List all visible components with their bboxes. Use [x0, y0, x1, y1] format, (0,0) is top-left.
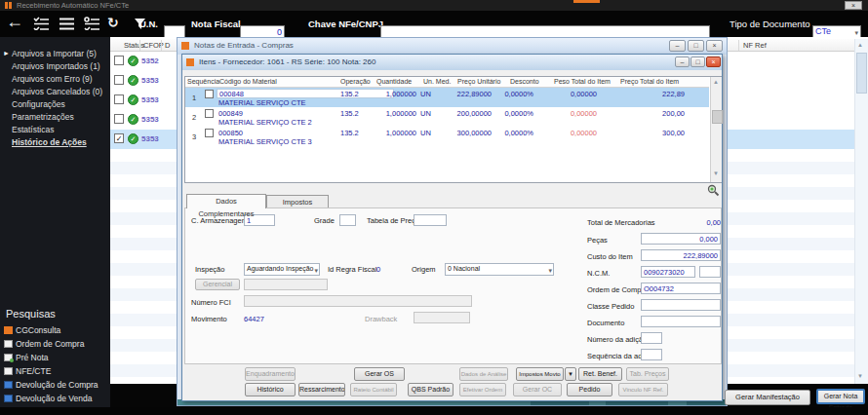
close-button[interactable]: × [706, 57, 721, 67]
ncm-label: N.C.M. [587, 269, 610, 278]
sidebar-item-estatisticas[interactable]: Estatísticas [12, 125, 54, 134]
sidebar-item-arquivos-cancelados[interactable]: Arquivos Cancelados (0) [12, 87, 102, 96]
col-preco-total[interactable]: Preço Total do Item [620, 78, 679, 85]
tab-dados-complementares[interactable]: Dados Complementares [186, 194, 266, 208]
vinculo-nf-ref-button[interactable]: Vinculo NF Ref. [618, 383, 668, 396]
itens-titlebar[interactable]: Itens - Fornecedor: 1061 - RS Série: 100… [182, 55, 722, 70]
col-un-med[interactable]: Un. Med. [423, 78, 451, 85]
col-nf-ref[interactable]: NF Ref [743, 41, 767, 50]
gerar-manifestacao-button[interactable]: Gerar Manifestação [725, 390, 810, 405]
documento-input[interactable] [641, 316, 721, 327]
sidebar-item-configuracoes[interactable]: Configurações [12, 99, 65, 109]
efetivar-ordem-button[interactable]: Efetivar Ordem [459, 383, 506, 396]
numero-fci-input[interactable] [244, 295, 472, 307]
col-sequencia[interactable]: Sequência [187, 78, 219, 85]
back-icon[interactable]: ← [6, 12, 23, 32]
sidebar-item-devolucao-de-venda[interactable]: Devolução de Venda [16, 394, 92, 403]
checklist-icon[interactable] [33, 17, 50, 30]
impostos-movto-button[interactable]: Impostos Movto [516, 367, 564, 381]
total-mercadorias-value: 0,00 [673, 218, 721, 227]
col-quantidade[interactable]: Quantidade [376, 78, 412, 85]
grid-scrollbar[interactable]: ▲ ▼ [854, 39, 868, 384]
ressarcimento-button[interactable]: Ressarcimento [298, 383, 345, 396]
pedido-button[interactable]: Pedido [567, 383, 612, 396]
sidebar-item-arquivos-com-erro[interactable]: Arquivos com Erro (9) [12, 74, 93, 84]
row-checkbox[interactable] [114, 75, 124, 85]
origem-select[interactable]: 0 Nacional ▾ [445, 263, 554, 276]
refresh-icon[interactable]: ↻ [107, 15, 119, 30]
sidebar-item-cgconsulta[interactable]: CGConsulta [16, 325, 60, 335]
gerencial-input[interactable] [244, 279, 328, 290]
sequencia-adicao-input[interactable] [641, 349, 662, 360]
notas-titlebar[interactable]: Notas de Entrada - Compras – □ × [178, 38, 727, 55]
historico-button[interactable]: Histórico [245, 383, 296, 396]
sidebar-item-ordem-de-compra[interactable]: Ordem de Compra [16, 339, 84, 349]
impostos-movto-dropdown-button[interactable]: ▾ [565, 367, 576, 381]
ncm-input[interactable] [641, 266, 695, 278]
rateio-contabil-button[interactable]: Rateio Contábil [350, 383, 397, 396]
inspecao-select[interactable]: Aguardando Inspeção ▾ [244, 263, 320, 276]
col-desconto[interactable]: Desconto [510, 78, 539, 85]
scroll-up-icon[interactable]: ▲ [713, 79, 719, 85]
grade-input[interactable] [339, 214, 356, 226]
sidebar-item-nfe-cte[interactable]: NFE/CTE [16, 366, 51, 376]
sidebar-item-devolucao-de-compra[interactable]: Devolução de Compra [16, 380, 99, 390]
row-checkbox[interactable] [205, 129, 214, 137]
item-row[interactable]: 3 000850 MATERIAL SERVIÇO CTE 3 135.2 1,… [185, 127, 709, 146]
row-checkbox[interactable] [114, 56, 124, 65]
custo-item-input[interactable] [641, 249, 721, 261]
minimize-button[interactable]: – [675, 57, 690, 67]
sidebar-item-historico-de-acoes[interactable]: Histórico de Ações [12, 137, 87, 147]
gerar-nota-entrada-button[interactable]: Gerar Nota Entrada [816, 389, 865, 404]
col-operacao[interactable]: Operação [340, 78, 371, 85]
minimize-button[interactable]: – [669, 40, 686, 52]
col-d[interactable]: D [165, 41, 170, 50]
gerencial-button[interactable]: Gerencial [195, 279, 240, 290]
qbs-padrao-button[interactable]: QBS Padrão [408, 383, 454, 396]
row-checkbox[interactable] [205, 90, 214, 98]
row-checkbox-checked[interactable]: ✓ [114, 133, 124, 143]
row-checkbox[interactable] [114, 114, 124, 124]
chevron-down-icon: ▾ [548, 267, 552, 275]
gerar-oc-button[interactable]: Gerar OC [513, 383, 562, 396]
maximize-button[interactable]: □ [688, 40, 704, 52]
dados-analise-button[interactable]: Dados de Análise [459, 367, 508, 381]
row-checkbox[interactable] [205, 109, 214, 118]
row-checkbox[interactable] [114, 94, 124, 104]
sidebar-item-parametrizacoes[interactable]: Parametrizações [12, 112, 74, 122]
scroll-thumb[interactable] [856, 53, 867, 94]
ncm-extra-input[interactable] [699, 266, 721, 278]
maximize-button[interactable]: □ [690, 57, 705, 67]
tab-precos-button[interactable]: Tab. Preços [626, 367, 669, 381]
col-preco-unitario[interactable]: Preço Unitário [457, 78, 500, 85]
classe-pedido-input[interactable] [641, 299, 721, 311]
scroll-down-icon[interactable]: ▼ [713, 170, 719, 176]
sidebar-item-arquivos-importados[interactable]: Arquivos Importados (1) [12, 61, 100, 71]
tabela-preco-input[interactable] [414, 214, 447, 226]
app-close-button[interactable]: × [845, 1, 862, 10]
col-status[interactable]: Status [124, 41, 144, 50]
ordem-compra-input[interactable] [641, 283, 721, 294]
magnifier-icon[interactable] [707, 184, 720, 197]
col-peso-total[interactable]: Peso Total do Item [554, 78, 611, 85]
grade-label: Grade [314, 216, 335, 225]
ret-benef-button[interactable]: Ret. Benef. [578, 367, 622, 381]
tasklist-icon[interactable] [84, 17, 100, 30]
sidebar-item-pre-nota[interactable]: Pré Nota [16, 353, 49, 362]
scroll-thumb[interactable] [712, 110, 723, 124]
numero-adicao-input[interactable] [641, 332, 662, 344]
sidebar-item-arquivos-a-importar[interactable]: Arquivos a Importar (5) [12, 49, 97, 58]
col-codigo[interactable]: Código do Material [219, 78, 277, 85]
tab-impostos[interactable]: Impostos [266, 195, 329, 208]
scroll-down-icon[interactable]: ▼ [857, 373, 863, 379]
enquadramento-button[interactable]: Enquadramento [245, 367, 296, 381]
items-scrollbar[interactable]: ▲ ▼ [710, 77, 722, 182]
close-button[interactable]: × [706, 40, 723, 52]
item-row[interactable]: 2 000849 MATERIAL SERVIÇO CTE 2 135.2 1,… [185, 107, 709, 127]
menu-icon[interactable] [59, 17, 75, 30]
gerar-os-button[interactable]: Gerar OS [354, 367, 405, 381]
item-row-selected[interactable]: 1 000848 MATERIAL SERVIÇO CTE 135.2 1,00… [185, 88, 709, 107]
pecas-input[interactable] [641, 233, 721, 245]
scroll-up-icon[interactable]: ▲ [857, 42, 863, 48]
drawback-input[interactable] [414, 312, 470, 323]
